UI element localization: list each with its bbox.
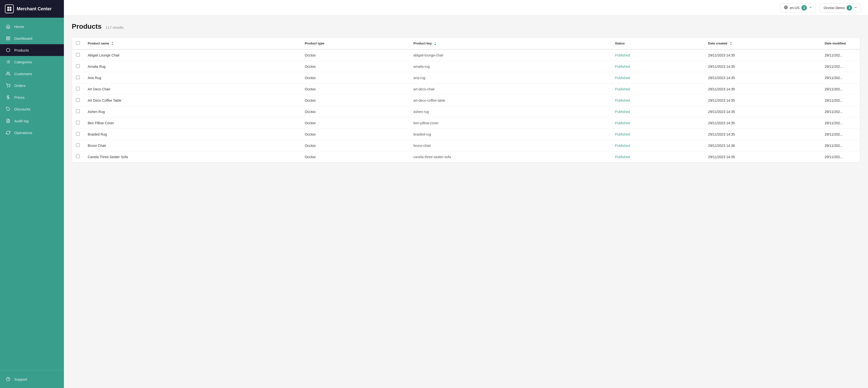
table-row: Braided Rug Occtoo braided-rug Published… (72, 129, 860, 140)
sidebar-item-support[interactable]: Support (0, 373, 64, 385)
product-name[interactable]: Art Deco Coffee Table (84, 95, 301, 106)
sidebar-item-label: Home (14, 25, 24, 29)
row-checkbox[interactable] (76, 75, 80, 79)
sidebar-item-audit-log[interactable]: Audit log (0, 115, 64, 127)
globe-icon (784, 5, 788, 10)
svg-point-14 (7, 72, 8, 73)
sidebar-item-home[interactable]: Home (0, 21, 64, 32)
table-row: Ashen Rug Occtoo ashen-rug Published 29/… (72, 106, 860, 118)
product-key: braided-rug (409, 129, 611, 140)
select-all-checkbox[interactable] (76, 41, 80, 45)
svg-rect-4 (6, 37, 8, 38)
results-count: 117 results (105, 25, 123, 29)
page-title: Products (72, 23, 101, 30)
column-header-checkbox (72, 38, 84, 50)
table-header-row: Product name Product type (72, 38, 860, 50)
product-status: Published (611, 95, 704, 106)
prices-icon (5, 95, 11, 100)
row-checkbox[interactable] (76, 87, 80, 91)
product-created: 29/11/2023 14:35 (704, 118, 820, 129)
table-row: Art Deco Chair Occtoo art-deco-chair Pub… (72, 84, 860, 95)
product-name[interactable]: Abigail Lounge Chair (84, 50, 301, 61)
product-created: 29/11/2023 14:35 (704, 84, 820, 95)
row-checkbox[interactable] (76, 98, 80, 102)
product-name[interactable]: Amalia Rug (84, 61, 301, 72)
account-selector[interactable]: Occtoo Demo 3 (820, 3, 861, 12)
chevron-down-icon (854, 6, 858, 10)
row-checkbox[interactable] (76, 109, 80, 113)
chevron-down-icon (809, 6, 812, 10)
product-name[interactable]: Canela Three-Seater Sofa (84, 151, 301, 163)
categories-icon (5, 59, 11, 65)
sidebar-item-customers[interactable]: Customers (0, 68, 64, 79)
app-title: Merchant Center (17, 6, 52, 11)
row-checkbox[interactable] (76, 121, 80, 125)
column-header-key[interactable]: Product key (409, 38, 611, 50)
column-header-type: Product type (301, 38, 409, 50)
row-checkbox[interactable] (76, 64, 80, 68)
product-status: Published (611, 61, 704, 72)
sidebar-item-orders[interactable]: Orders (0, 79, 64, 91)
product-type: Occtoo (301, 72, 409, 84)
product-status: Published (611, 151, 704, 163)
product-name[interactable]: Ashen Rug (84, 106, 301, 118)
svg-point-15 (7, 87, 8, 88)
sidebar-item-operations[interactable]: Operations (0, 127, 64, 138)
table-row: Ben Pillow Cover Occtoo ben-pillow-cover… (72, 118, 860, 129)
row-checkbox[interactable] (76, 143, 80, 147)
operations-icon (5, 130, 11, 135)
product-name[interactable]: Braided Rug (84, 129, 301, 140)
product-created: 29/11/2023 14:35 (704, 50, 820, 61)
account-label: Occtoo Demo (824, 6, 845, 10)
product-type: Occtoo (301, 95, 409, 106)
table-row: Bruno Chair Occtoo bruno-chair Published… (72, 140, 860, 151)
sidebar-item-label: Products (14, 48, 29, 52)
product-key: abigail-lounge-chair (409, 50, 611, 61)
app-logo (5, 4, 14, 13)
product-modified: 29/11/202... (820, 95, 860, 106)
sidebar: Merchant Center Home Dashboard (0, 0, 64, 388)
row-checkbox[interactable] (76, 132, 80, 136)
column-header-name[interactable]: Product name (84, 38, 301, 50)
page-header: Products 117 results (72, 23, 860, 30)
sidebar-item-products[interactable]: Products (0, 44, 64, 56)
product-key: art-deco-coffee-table (409, 95, 611, 106)
main-area: en-US 2 Occtoo Demo 3 Products 117 resul… (64, 0, 868, 388)
sidebar-item-discounts[interactable]: Discounts (0, 103, 64, 115)
product-name[interactable]: Art Deco Chair (84, 84, 301, 95)
topbar: en-US 2 Occtoo Demo 3 (64, 0, 868, 16)
product-name[interactable]: Ben Pillow Cover (84, 118, 301, 129)
product-status: Published (611, 129, 704, 140)
column-header-modified: Date modified (820, 38, 860, 50)
sidebar-item-label: Prices (14, 95, 25, 99)
sidebar-item-categories[interactable]: Categories (0, 56, 64, 68)
row-checkbox[interactable] (76, 53, 80, 57)
svg-rect-1 (9, 7, 11, 9)
product-modified: 29/11/202... (820, 151, 860, 163)
svg-rect-5 (9, 37, 10, 38)
audit-icon (5, 118, 11, 124)
product-modified: 29/11/202... (820, 118, 860, 129)
sidebar-item-dashboard[interactable]: Dashboard (0, 32, 64, 44)
column-header-created[interactable]: Date created (704, 38, 820, 50)
sidebar-item-label: Dashboard (14, 36, 32, 40)
product-type: Occtoo (301, 129, 409, 140)
sidebar-item-label: Orders (14, 84, 26, 88)
sort-icon (434, 42, 436, 45)
row-checkbox-cell (72, 95, 84, 106)
customers-icon (5, 71, 11, 76)
language-selector[interactable]: en-US 2 (780, 3, 816, 12)
sidebar-item-label: Operations (14, 131, 32, 135)
sidebar-item-label: Discounts (14, 107, 30, 111)
product-type: Occtoo (301, 50, 409, 61)
product-created: 29/11/2023 14:35 (704, 129, 820, 140)
row-checkbox-cell (72, 118, 84, 129)
sidebar-header: Merchant Center (0, 0, 64, 18)
main-content: Products 117 results Product name (64, 16, 868, 388)
sidebar-item-prices[interactable]: Prices (0, 91, 64, 103)
product-type: Occtoo (301, 61, 409, 72)
product-name[interactable]: Aria Rug (84, 72, 301, 84)
product-key: amalia-rug (409, 61, 611, 72)
row-checkbox[interactable] (76, 155, 80, 158)
product-name[interactable]: Bruno Chair (84, 140, 301, 151)
